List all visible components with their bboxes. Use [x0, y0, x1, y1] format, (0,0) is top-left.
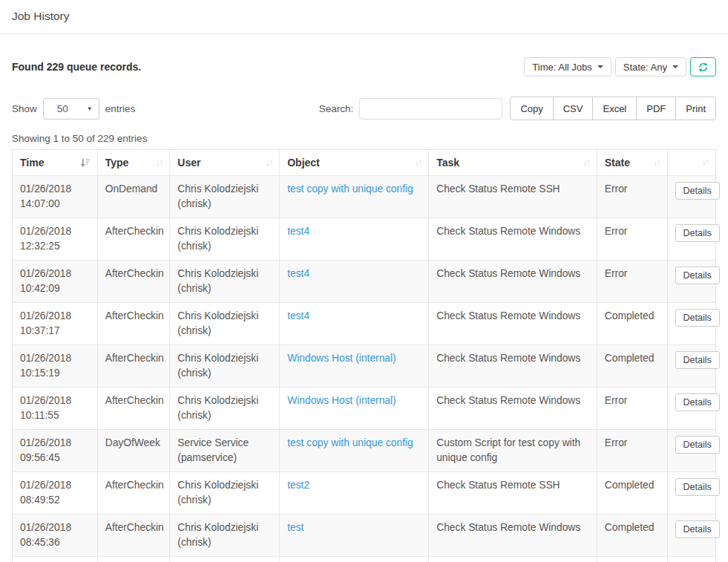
details-button[interactable]: Details — [675, 351, 720, 369]
user-name: Chris Kolodziejski — [177, 351, 272, 366]
type-cell: AfterCheckin — [97, 514, 170, 557]
table-row: 01/26/201810:11:55AfterCheckinChris Kolo… — [13, 388, 716, 430]
pdf-button[interactable]: PDF — [636, 97, 676, 120]
object-link[interactable]: test2 — [287, 480, 309, 491]
refresh-button[interactable] — [690, 57, 716, 76]
user-account: (pamservice) — [177, 451, 272, 465]
page-length-select[interactable]: 50 ▼ — [43, 98, 99, 120]
print-button[interactable]: Print — [675, 97, 716, 120]
select-arrow-icon: ▼ — [87, 105, 93, 112]
table-row: 01/26/201814:07:00OnDemandChris Kolodzie… — [13, 176, 716, 218]
object-cell: test4 — [280, 303, 429, 345]
object-link[interactable]: test4 — [287, 226, 309, 237]
job-time: 10:15:19 — [20, 366, 90, 381]
state-filter-dropdown[interactable]: State: Any — [615, 57, 686, 76]
user-cell: Chris Kolodziejski(chrisk) — [170, 303, 280, 345]
time-cell: 01/26/201808:45:36 — [13, 514, 98, 557]
object-link[interactable]: test copy with unique config — [287, 183, 413, 195]
details-button[interactable]: Details — [675, 182, 720, 200]
type-cell: AfterCheckin — [97, 388, 170, 430]
details-button[interactable]: Details — [675, 393, 720, 411]
user-name: Chris Kolodziejski — [177, 224, 272, 239]
job-date: 01/26/2018 — [20, 309, 90, 324]
details-cell: Details — [667, 303, 715, 345]
entries-label: entries — [105, 103, 136, 114]
details-cell: Details — [667, 557, 715, 562]
details-cell: Details — [667, 261, 715, 303]
time-cell: 01/26/201814:07:00 — [13, 176, 98, 218]
column-header-time[interactable]: Time — [13, 150, 98, 176]
user-cell: Chris Kolodziejski(chrisk) — [170, 557, 280, 562]
object-cell: Windows Host (internal) — [280, 388, 429, 430]
object-link[interactable]: test — [287, 522, 304, 533]
user-account: (chrisk) — [177, 324, 272, 339]
details-button[interactable]: Details — [675, 436, 720, 454]
state-cell: Error — [597, 218, 667, 261]
type-cell: AfterCheckin — [97, 303, 170, 345]
search-input[interactable] — [359, 98, 502, 120]
type-cell: AfterCheckin — [97, 345, 170, 388]
content: Found 229 queue records. Time: All Jobs … — [0, 57, 728, 562]
column-header-type[interactable]: Type↓↑ — [97, 150, 170, 176]
records-found-text: Found 229 queue records. — [12, 61, 141, 73]
task-cell: Check Status Remote Windows — [429, 388, 597, 430]
column-header-task[interactable]: Task↓↑ — [429, 150, 597, 176]
job-time: 09:56:45 — [20, 451, 90, 465]
time-filter-dropdown[interactable]: Time: All Jobs — [524, 57, 611, 76]
object-cell: test copy with unique config — [280, 176, 429, 218]
user-cell: Chris Kolodziejski(chrisk) — [170, 388, 280, 430]
object-link[interactable]: Windows Host (internal) — [287, 353, 396, 364]
details-button[interactable]: Details — [675, 520, 720, 538]
job-date: 01/26/2018 — [20, 478, 90, 493]
user-cell: Chris Kolodziejski(chrisk) — [170, 345, 280, 388]
column-header-state[interactable]: State↓↑ — [597, 150, 667, 176]
page-length-control: Show 50 ▼ entries — [12, 98, 135, 120]
type-cell: AfterCheckin — [97, 218, 170, 261]
job-time: 12:32:25 — [20, 239, 90, 254]
object-cell: test4 — [280, 218, 429, 261]
object-link[interactable]: Windows Host (internal) — [287, 395, 396, 406]
user-cell: Chris Kolodziejski(chrisk) — [170, 176, 280, 218]
sort-icon: ↓↑ — [156, 157, 163, 168]
state-cell: Error — [597, 261, 667, 303]
object-link[interactable]: test4 — [287, 268, 309, 279]
details-button[interactable]: Details — [675, 309, 720, 327]
caret-down-icon — [672, 65, 678, 68]
object-link[interactable]: test copy with unique config — [287, 437, 413, 448]
column-header-user[interactable]: User↓↑ — [170, 150, 280, 176]
column-header-object[interactable]: Object↓↑ — [280, 150, 429, 176]
time-cell: 01/26/201809:56:45 — [13, 430, 98, 472]
sort-desc-icon — [80, 158, 90, 168]
user-account: (chrisk) — [177, 197, 272, 212]
task-cell: Check Status Remote SSH — [429, 472, 597, 514]
excel-button[interactable]: Excel — [592, 97, 637, 120]
user-name: Chris Kolodziejski — [177, 520, 272, 535]
sort-icon: ↓↑ — [702, 157, 709, 167]
user-cell: Service Service(pamservice) — [170, 430, 280, 472]
job-date: 01/26/2018 — [20, 520, 90, 535]
details-button[interactable]: Details — [675, 478, 720, 496]
details-button[interactable]: Details — [675, 267, 720, 284]
user-name: Chris Kolodziejski — [177, 182, 272, 197]
refresh-icon — [698, 62, 709, 73]
type-cell: DayOfWeek — [97, 430, 170, 472]
object-cell: test copy with unique config — [280, 430, 429, 472]
user-account: (chrisk) — [177, 281, 272, 296]
column-header-details[interactable]: ↓↑ — [667, 150, 715, 176]
search-and-export: Search: Copy CSV Excel PDF Print — [319, 97, 716, 120]
details-button[interactable]: Details — [675, 224, 720, 242]
copy-button[interactable]: Copy — [510, 97, 553, 120]
object-link[interactable]: test4 — [287, 310, 309, 321]
job-time: 10:37:17 — [20, 324, 90, 339]
user-account: (chrisk) — [177, 366, 272, 381]
type-cell: AfterCheckin — [97, 261, 170, 303]
csv-button[interactable]: CSV — [553, 97, 594, 120]
task-cell: Check Status Remote Windows — [429, 514, 597, 557]
user-name: Chris Kolodziejski — [177, 393, 272, 408]
time-cell: 01/26/201810:42:09 — [13, 261, 98, 303]
filter-group: Time: All Jobs State: Any — [524, 57, 716, 76]
job-time: 10:42:09 — [20, 281, 90, 296]
state-cell: Error — [597, 430, 667, 472]
object-cell: test4 — [280, 261, 429, 303]
job-date: 01/26/2018 — [20, 182, 90, 197]
